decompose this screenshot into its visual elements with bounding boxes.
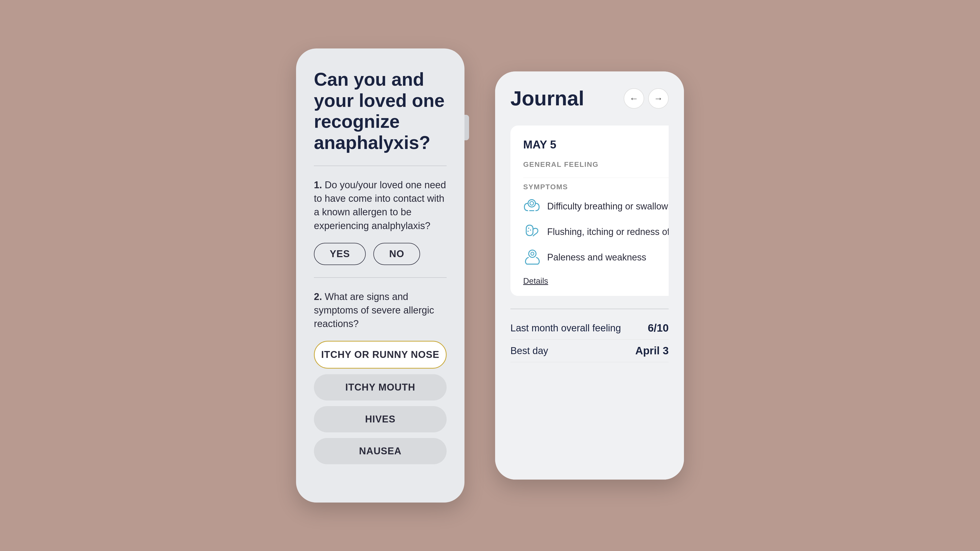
journal-card-main: MAY 5 GENERAL FEELING 5/10 SYMPTOMS bbox=[511, 125, 669, 296]
main-question-title: Can you and your loved one recognize ana… bbox=[314, 69, 447, 153]
symptom-row-1: Flushing, itching or redness of the skin… bbox=[523, 223, 669, 241]
answer-option-3[interactable]: NAUSEA bbox=[314, 438, 447, 464]
general-feeling-row: GENERAL FEELING 5/10 bbox=[523, 159, 669, 178]
breathing-icon bbox=[523, 197, 542, 216]
svg-rect-2 bbox=[526, 225, 533, 236]
symptom-row-0: Difficulty breathing or swallowing ✓ bbox=[523, 197, 669, 216]
symptom-row-2: Paleness and weakness ✓ bbox=[523, 248, 669, 267]
yes-no-row: YES NO bbox=[314, 243, 447, 265]
journal-cards-row: MAY 5 GENERAL FEELING 5/10 SYMPTOMS bbox=[511, 125, 669, 296]
svg-point-4 bbox=[530, 229, 531, 230]
nav-forward-button[interactable]: → bbox=[648, 88, 669, 109]
answer-option-0[interactable]: ITCHY OR RUNNY NOSE bbox=[314, 341, 447, 368]
svg-point-0 bbox=[528, 200, 535, 207]
no-button[interactable]: NO bbox=[373, 243, 420, 265]
question-1-text: 1. Do you/your loved one need to have co… bbox=[314, 178, 447, 233]
symptom-text-0: Difficulty breathing or swallowing bbox=[547, 200, 669, 213]
svg-point-7 bbox=[531, 252, 534, 256]
question-2-text: 2. What are signs and symptoms of severe… bbox=[314, 290, 447, 331]
bottom-stats: Last month overall feeling 6/10 Best day… bbox=[511, 309, 669, 362]
svg-point-3 bbox=[528, 227, 529, 229]
stat-row-1: Best day April 3 bbox=[511, 340, 669, 362]
symptom-text-2: Paleness and weakness bbox=[547, 251, 669, 264]
card-date: MAY 5 bbox=[523, 138, 669, 151]
svg-point-5 bbox=[528, 230, 529, 232]
question-1-block: 1. Do you/your loved one need to have co… bbox=[314, 178, 447, 265]
weakness-icon bbox=[523, 248, 542, 267]
details-link[interactable]: Details bbox=[523, 276, 548, 286]
stat-value-0: 6/10 bbox=[648, 322, 669, 334]
right-phone: Journal ← → MAY 5 GENERAL FEELING 5/10 S… bbox=[495, 71, 684, 480]
general-feeling-label: GENERAL FEELING bbox=[523, 160, 599, 168]
journal-header: Journal ← → bbox=[495, 71, 684, 118]
stat-value-1: April 3 bbox=[635, 345, 669, 357]
answer-option-1[interactable]: ITCHY MOUTH bbox=[314, 374, 447, 400]
answer-options-list: ITCHY OR RUNNY NOSE ITCHY MOUTH HIVES NA… bbox=[314, 341, 447, 470]
journal-body: MAY 5 GENERAL FEELING 5/10 SYMPTOMS bbox=[495, 118, 684, 480]
left-phone: Can you and your loved one recognize ana… bbox=[296, 48, 465, 503]
yes-button[interactable]: YES bbox=[314, 243, 366, 265]
symptoms-section-label: SYMPTOMS bbox=[523, 183, 669, 191]
skin-icon bbox=[523, 223, 542, 241]
stat-row-0: Last month overall feeling 6/10 bbox=[511, 317, 669, 340]
question-2-block: 2. What are signs and symptoms of severe… bbox=[314, 290, 447, 470]
nav-back-button[interactable]: ← bbox=[624, 88, 644, 109]
svg-point-1 bbox=[530, 202, 533, 205]
symptom-text-1: Flushing, itching or redness of the skin bbox=[547, 226, 669, 238]
svg-point-6 bbox=[529, 250, 536, 257]
answer-option-2[interactable]: HIVES bbox=[314, 406, 447, 432]
nav-buttons: ← → bbox=[624, 88, 669, 109]
stat-label-0: Last month overall feeling bbox=[511, 323, 621, 333]
divider-2 bbox=[314, 277, 447, 278]
journal-title: Journal bbox=[511, 87, 584, 110]
divider-1 bbox=[314, 165, 447, 166]
stat-label-1: Best day bbox=[511, 345, 548, 356]
